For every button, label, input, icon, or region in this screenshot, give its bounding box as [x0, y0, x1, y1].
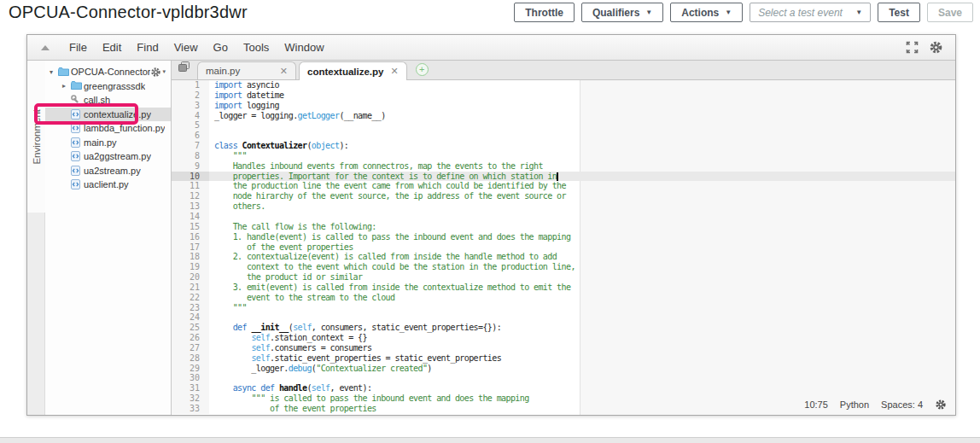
line-number: 21 [172, 283, 209, 293]
tree-item-contextualize-py[interactable]: contextualize.py [45, 108, 171, 122]
page-header: OPCUA-Connector-vpldbr3dwr Throttle Qual… [0, 0, 980, 26]
tree-item-greengrasssdk[interactable]: ▸greengrasssdk [45, 79, 171, 94]
code-file-icon [71, 151, 80, 161]
line-number: 26 [172, 333, 209, 343]
code-line-text: import logging [209, 101, 955, 111]
line-number: 3 [172, 101, 209, 111]
menu-item-file[interactable]: File [61, 41, 95, 54]
code-line-11: 11 the production line the event came fr… [172, 181, 955, 191]
code-line-2: 2import datetime [172, 90, 955, 101]
line-number: 10 [172, 172, 209, 182]
tree-item-label: greengrasssdk [84, 81, 145, 91]
code-line-10: 10 properties. Important for the context… [172, 172, 955, 182]
tab-label: main.py [206, 66, 240, 76]
fullscreen-icon[interactable] [906, 41, 919, 54]
line-number: 16 [172, 232, 209, 242]
code-line-text [209, 312, 955, 323]
line-number: 23 [172, 303, 209, 313]
code-line-21: 21 3. emit(event) is called from inside … [172, 283, 955, 293]
code-line-text: properties. Important for the context is… [209, 172, 955, 182]
line-number: 7 [172, 141, 209, 151]
code-line-text: Handles inbound events from connectros, … [209, 161, 955, 172]
tree-item-lambda-function-py[interactable]: lambda_function.py [45, 121, 171, 136]
tab-bar: main.py✕contextualize.py✕+ [172, 61, 955, 80]
menubar-right [906, 40, 947, 55]
tree-settings-gear-icon[interactable]: ▾ [150, 67, 171, 78]
tab-main-py[interactable]: main.py✕ [197, 61, 296, 79]
code-line-8: 8 """ [172, 151, 955, 161]
qualifiers-button[interactable]: Qualifiers▼ [581, 3, 663, 22]
code-line-text: """ [209, 303, 955, 313]
code-area[interactable]: 1import asyncio2import datetime3import l… [172, 80, 955, 415]
menu-item-go[interactable]: Go [206, 41, 236, 54]
tree-item-main-py[interactable]: main.py [45, 136, 171, 150]
code-line-5: 5 [172, 120, 955, 131]
code-line-text: async def handle(self, event): [209, 383, 955, 393]
tree-item-label: uaclient.py [84, 179, 129, 189]
tree-item-uaclient-py[interactable]: uaclient.py [45, 178, 171, 192]
code-line-text: event to the stream to the cloud [209, 293, 955, 303]
throttle-button[interactable]: Throttle [514, 3, 575, 22]
tree-item-root[interactable]: ▾OPCUA-Connector-v▾ [45, 65, 171, 79]
menu-items: FileEditFindViewGoToolsWindow [61, 41, 332, 54]
tree-item-call-sh[interactable]: call.sh [45, 93, 171, 108]
code-line-29: 29 _logger.debug("Contextualizer created… [172, 364, 955, 374]
cursor-position[interactable]: 10:75 [804, 399, 828, 410]
tree-item-label: main.py [84, 137, 117, 148]
new-tab-button[interactable]: + [416, 63, 429, 76]
actions-button[interactable]: Actions▼ [670, 3, 743, 22]
code-line-16: 16 1. handle(event) is called to pass th… [172, 232, 955, 242]
code-line-text: 1. handle(event) is called to pass the i… [209, 232, 955, 242]
code-line-23: 23 """ [172, 303, 955, 313]
chevron-collapsed-icon[interactable]: ▸ [62, 82, 71, 90]
chevron-expanded-icon[interactable]: ▾ [50, 68, 58, 76]
menu-item-find[interactable]: Find [129, 41, 166, 54]
code-file-icon [71, 109, 80, 119]
code-line-26: 26 self.station_context = {} [172, 333, 955, 343]
editor-column: main.py✕contextualize.py✕+ 1import async… [172, 61, 955, 415]
code-line-text: import datetime [209, 90, 955, 101]
code-line-13: 13 others. [172, 201, 955, 212]
test-event-select[interactable]: Select a test event ▼ [750, 3, 871, 22]
tree-item-ua2ggstream-py[interactable]: ua2ggstream.py [45, 149, 171, 164]
tab-label: contextualize.py [307, 67, 383, 77]
line-number: 2 [172, 90, 209, 101]
code-line-text: 2. contextualize(event) is called from i… [209, 252, 955, 262]
menu-item-view[interactable]: View [166, 41, 206, 54]
status-gear-icon[interactable] [935, 399, 947, 411]
code-file-icon [71, 123, 80, 133]
code-line-text: self.static_event_properties = static_ev… [209, 353, 955, 364]
close-tab-icon[interactable]: ✕ [390, 66, 398, 77]
code-line-text: the product id or similar [209, 272, 955, 283]
indentation-setting[interactable]: Spaces: 4 [881, 399, 923, 410]
language-mode[interactable]: Python [840, 399, 869, 410]
code-line-text: others. [209, 201, 955, 212]
line-number: 11 [172, 181, 209, 191]
menu-item-window[interactable]: Window [277, 41, 331, 54]
code-line-12: 12 node hirarchy of the event source, th… [172, 191, 955, 201]
menu-item-edit[interactable]: Edit [95, 41, 129, 54]
chevron-down-icon: ▼ [645, 9, 652, 16]
save-button[interactable]: Save [927, 3, 973, 22]
code-line-text: node hirarchy of the event source, the i… [209, 191, 955, 201]
collapse-panel-icon[interactable] [41, 45, 50, 50]
menu-item-tools[interactable]: Tools [236, 41, 277, 54]
tree-item-ua2stream-py[interactable]: ua2stream.py [45, 164, 171, 178]
tree-item-label: ua2stream.py [84, 166, 141, 176]
tabs-list-icon[interactable] [178, 60, 190, 75]
close-tab-icon[interactable]: ✕ [280, 66, 288, 77]
line-number: 19 [172, 262, 209, 272]
settings-gear-icon[interactable] [929, 40, 943, 55]
code-line-text: self.consumers = consumers [209, 343, 955, 353]
line-number: 6 [172, 131, 209, 141]
code-line-27: 27 self.consumers = consumers [172, 343, 955, 353]
code-line-text [209, 131, 955, 141]
test-button[interactable]: Test [878, 3, 920, 22]
environment-tab[interactable]: Environment [27, 61, 45, 213]
line-number: 30 [172, 373, 209, 383]
code-line-text: the production line the event came from … [209, 181, 955, 191]
tab-contextualize-py[interactable]: contextualize.py✕ [299, 61, 407, 80]
code-line-3: 3import logging [172, 101, 955, 111]
code-line-4: 4_logger = logging.getLogger(__name__) [172, 111, 955, 121]
code-line-text [209, 212, 955, 222]
